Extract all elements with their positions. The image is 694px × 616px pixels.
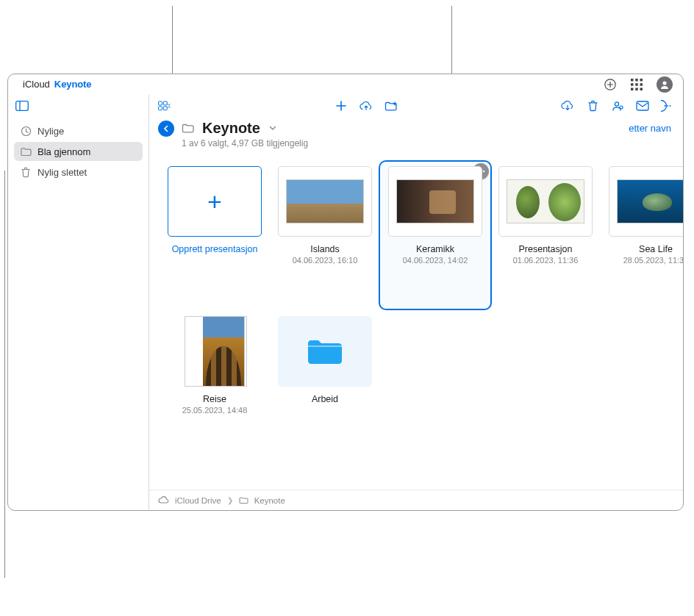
new-document-icon[interactable]	[335, 99, 348, 112]
chevron-down-icon[interactable]	[269, 126, 276, 131]
new-folder-icon[interactable]	[384, 99, 398, 112]
svg-point-23	[667, 105, 668, 107]
callout-line	[4, 171, 5, 578]
file-name: Sea Life	[639, 244, 673, 254]
file-thumbnail	[388, 166, 482, 237]
main-content: Keynote etter navn 1 av 6 valgt, 4,97 GB…	[149, 95, 683, 510]
titlebar: iCloud Keynote	[8, 74, 683, 95]
svg-rect-3	[640, 79, 643, 82]
file-date: 04.06.2023, 14:02	[403, 256, 468, 265]
folder-icon	[305, 336, 345, 367]
app-window: iCloud Keynote	[7, 74, 684, 511]
sort-button[interactable]: etter navn	[629, 123, 674, 134]
file-date: 01.06.2023, 11:36	[513, 256, 579, 265]
more-actions-icon[interactable]	[661, 99, 674, 112]
collaborate-icon[interactable]	[611, 99, 624, 112]
plus-icon: +	[207, 187, 222, 216]
file-date: 28.05.2023, 11:34	[623, 256, 683, 265]
titlebar-actions	[604, 76, 673, 93]
chevron-right-icon: ❯	[227, 496, 233, 504]
svg-rect-9	[640, 87, 643, 90]
sidebar-item-label: Nylig slettet	[37, 167, 87, 178]
sidebar-toggle-icon[interactable]	[15, 99, 29, 112]
sidebar-item-recently-deleted[interactable]: Nylig slettet	[14, 162, 143, 182]
file-name: Islands	[310, 244, 340, 254]
clock-icon	[20, 126, 32, 137]
svg-point-19	[620, 106, 623, 109]
file-tile-presentasjon[interactable]: Presentasjon 01.06.2023, 11:36	[490, 162, 601, 309]
selection-status: 1 av 6 valgt, 4,97 GB tilgjengelig	[149, 137, 683, 154]
file-name: Presentasjon	[519, 244, 573, 254]
brand: iCloud Keynote	[18, 79, 91, 90]
file-tile-sea-life[interactable]: Sea Life 28.05.2023, 11:34	[601, 162, 683, 309]
cloud-icon	[158, 496, 169, 504]
brand-app-name: Keynote	[54, 79, 92, 90]
svg-rect-1	[631, 79, 634, 82]
view-mode-icon[interactable]	[158, 99, 171, 112]
location-header: Keynote etter navn	[149, 117, 683, 137]
location-title[interactable]: Keynote	[202, 120, 260, 137]
svg-rect-7	[631, 87, 634, 90]
toolbar	[149, 95, 683, 117]
account-avatar-icon[interactable]	[657, 76, 673, 93]
folder-icon	[182, 123, 195, 134]
svg-rect-6	[640, 83, 643, 86]
svg-point-24	[670, 105, 671, 107]
create-label: Opprett presentasjon	[172, 244, 258, 254]
file-name: Keramikk	[416, 244, 454, 254]
sidebar-item-label: Bla gjennom	[37, 146, 90, 157]
file-thumbnail	[178, 316, 251, 387]
folder-tile-arbeid[interactable]: Arbeid	[270, 312, 380, 459]
svg-rect-2	[635, 79, 638, 82]
svg-rect-4	[631, 83, 634, 86]
share-mail-icon[interactable]	[636, 99, 649, 112]
svg-rect-5	[635, 83, 638, 86]
brand-icloud: iCloud	[23, 79, 50, 90]
svg-point-10	[662, 81, 666, 85]
svg-rect-16	[159, 107, 162, 110]
folder-thumbnail	[278, 316, 372, 387]
svg-rect-17	[163, 107, 167, 110]
file-tile-keramikk[interactable]: Keramikk 04.06.2023, 14:02	[380, 162, 490, 309]
file-date: 04.06.2023, 16:10	[293, 256, 358, 265]
file-tile-reise[interactable]: Reise 25.05.2023, 14:48	[160, 312, 270, 459]
delete-icon[interactable]	[586, 99, 599, 112]
sidebar-item-recents[interactable]: Nylige	[14, 121, 143, 140]
svg-rect-8	[635, 87, 638, 90]
svg-rect-20	[637, 101, 648, 110]
file-tile-islands[interactable]: Islands 04.06.2023, 16:10	[270, 162, 380, 309]
file-thumbnail	[609, 166, 683, 237]
svg-point-18	[615, 102, 618, 106]
svg-rect-15	[163, 101, 167, 105]
sidebar-item-browse[interactable]: Bla gjennom	[14, 142, 143, 161]
trash-icon	[20, 167, 32, 178]
svg-point-22	[665, 105, 666, 107]
file-grid: + Opprett presentasjon Islands 04.06.202…	[149, 154, 683, 490]
folder-icon	[239, 496, 248, 504]
back-button[interactable]	[158, 121, 174, 137]
add-circle-icon[interactable]	[604, 78, 617, 91]
folder-icon	[20, 147, 32, 157]
upload-cloud-icon[interactable]	[359, 99, 373, 112]
svg-rect-14	[159, 101, 162, 105]
path-segment-current[interactable]: Keynote	[254, 496, 285, 505]
path-bar: iCloud Drive ❯ Keynote	[149, 490, 683, 510]
path-segment-root[interactable]: iCloud Drive	[175, 496, 221, 505]
create-thumb: +	[168, 166, 262, 237]
file-thumbnail	[498, 166, 593, 237]
app-launcher-icon[interactable]	[630, 78, 643, 91]
svg-rect-11	[16, 101, 29, 111]
svg-point-27	[483, 171, 485, 173]
sidebar-item-label: Nylige	[37, 126, 64, 137]
sidebar: Nylige Bla gjennom Nylig slettet	[8, 95, 149, 510]
file-name: Reise	[203, 394, 226, 404]
download-cloud-icon[interactable]	[561, 99, 574, 112]
create-presentation-tile[interactable]: + Opprett presentasjon	[160, 162, 270, 309]
folder-name: Arbeid	[312, 394, 338, 404]
file-date: 25.05.2023, 14:48	[182, 406, 248, 415]
file-thumbnail	[278, 166, 372, 237]
